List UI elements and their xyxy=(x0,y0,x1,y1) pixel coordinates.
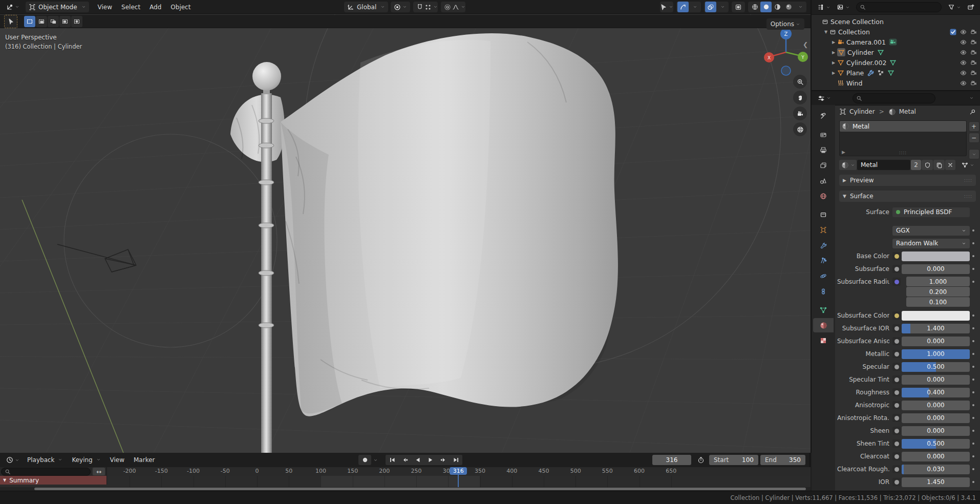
timeline-body[interactable]: -200-150-100-500501001502002503003504004… xyxy=(0,467,811,491)
camera-restrict-icon[interactable] xyxy=(970,39,977,46)
browse-material-dropdown[interactable] xyxy=(839,160,857,170)
tweak-tool-button[interactable] xyxy=(4,15,17,28)
node-socket[interactable] xyxy=(892,337,901,345)
select-mode-set-button[interactable] xyxy=(24,16,35,27)
new-collection-button[interactable] xyxy=(964,2,977,13)
prev-keyframe-button[interactable] xyxy=(398,455,411,465)
scrollbar-thumb[interactable] xyxy=(34,488,806,490)
unlink-material-button[interactable] xyxy=(945,160,955,170)
select-mode-extend-button[interactable] xyxy=(36,16,47,27)
surface-panel-header[interactable]: ▼ Surface :::: xyxy=(839,191,976,202)
slot-resize-grip[interactable]: :::: xyxy=(899,151,907,155)
play-button[interactable] xyxy=(424,455,437,465)
animate-dot[interactable] xyxy=(970,268,977,270)
properties-tab-output[interactable] xyxy=(813,143,834,157)
node-socket[interactable] xyxy=(892,439,901,448)
filter-toggle-button[interactable]: ↔ xyxy=(92,467,105,476)
animate-dot[interactable] xyxy=(970,468,977,470)
next-keyframe-button[interactable] xyxy=(437,455,450,465)
value-slider[interactable]: 1.400 xyxy=(902,324,970,333)
disclosure-right-icon[interactable]: ▶ xyxy=(830,60,837,65)
properties-tab-object-data[interactable] xyxy=(813,303,834,317)
camera-restrict-icon[interactable] xyxy=(970,80,977,87)
animate-dot[interactable] xyxy=(970,481,977,483)
fake-user-button[interactable] xyxy=(922,160,933,170)
eye-icon[interactable] xyxy=(960,29,967,35)
proportional-edit-toggle[interactable] xyxy=(442,2,453,12)
enum-dropdown[interactable]: Random Walk xyxy=(892,239,970,248)
properties-tab-view-layer[interactable] xyxy=(813,158,834,173)
auto-keying-toggle[interactable] xyxy=(358,455,371,465)
value-slider[interactable]: 0.000 xyxy=(902,264,970,274)
menu-keying[interactable]: Keying xyxy=(67,456,105,464)
playhead-frame-badge[interactable]: 316 xyxy=(450,467,467,475)
add-slot-button[interactable]: + xyxy=(969,121,979,132)
shading-material-button[interactable] xyxy=(772,2,783,12)
outliner-search-input[interactable] xyxy=(856,2,942,12)
menu-view[interactable]: View xyxy=(93,4,117,11)
value-slider[interactable]: 1.000 xyxy=(906,277,970,286)
value-slider[interactable]: 0.000 xyxy=(902,452,970,461)
disclosure-down-icon[interactable]: ▼ xyxy=(822,30,829,34)
jump-to-end-button[interactable] xyxy=(450,455,462,465)
properties-tab-physics[interactable] xyxy=(813,269,834,283)
properties-tab-object[interactable] xyxy=(813,223,834,237)
color-swatch[interactable] xyxy=(902,311,970,321)
node-socket[interactable] xyxy=(892,311,901,320)
menu-marker[interactable]: Marker xyxy=(129,456,159,464)
camera-restrict-icon[interactable] xyxy=(970,29,977,35)
shading-rendered-button[interactable] xyxy=(783,2,794,12)
animate-dot[interactable] xyxy=(970,417,977,419)
eye-icon[interactable] xyxy=(960,80,967,87)
surface-shader-field[interactable]: Principled BSDF xyxy=(892,207,970,217)
material-slot-list[interactable]: Metal ▶ :::: xyxy=(839,120,967,156)
summary-channel[interactable]: ▼ Summary xyxy=(0,476,106,485)
outliner-row-plane[interactable]: ▶Plane xyxy=(812,68,980,78)
value-slider[interactable]: 0.500 xyxy=(902,439,970,449)
node-socket[interactable] xyxy=(892,401,901,409)
node-socket[interactable] xyxy=(892,363,901,371)
xray-toggle[interactable] xyxy=(733,2,744,12)
properties-tab-scene[interactable] xyxy=(813,174,834,188)
select-mode-subtract-button[interactable] xyxy=(48,16,59,27)
properties-tab-render[interactable] xyxy=(813,128,834,142)
outliner-row-cylinder-002[interactable]: ▶Cylinder.002 xyxy=(812,57,980,68)
flag-cloth[interactable] xyxy=(281,33,618,416)
node-socket[interactable] xyxy=(892,388,901,396)
select-mode-invert-button[interactable] xyxy=(59,16,71,27)
animate-dot[interactable] xyxy=(970,379,977,381)
timeline-editor-dropdown[interactable] xyxy=(3,455,23,466)
shading-dropdown[interactable] xyxy=(794,2,805,12)
mode-dropdown[interactable]: Object Mode xyxy=(26,2,89,12)
outliner-row-camera-001[interactable]: ▶Camera.001 xyxy=(812,37,980,47)
preview-range-button[interactable] xyxy=(694,455,707,465)
outliner-row-scene-collection[interactable]: Scene Collection xyxy=(812,16,980,27)
menu-select[interactable]: Select xyxy=(117,4,145,11)
properties-options-dropdown[interactable] xyxy=(965,93,977,103)
eye-icon[interactable] xyxy=(960,39,967,46)
viewport-canvas[interactable] xyxy=(0,0,811,453)
value-slider[interactable]: 0.000 xyxy=(902,426,970,436)
node-socket[interactable] xyxy=(892,252,901,260)
properties-tab-collection[interactable] xyxy=(813,207,834,222)
animate-dot[interactable] xyxy=(970,314,977,317)
animate-dot[interactable] xyxy=(970,404,977,406)
outliner-row-wind[interactable]: Wind xyxy=(812,78,980,88)
nodetree-dropdown[interactable] xyxy=(960,160,976,170)
node-socket[interactable] xyxy=(892,265,901,273)
breadcrumb-object[interactable]: Cylinder xyxy=(849,108,875,115)
properties-editor-dropdown[interactable] xyxy=(815,93,834,103)
value-slider[interactable]: 0.100 xyxy=(906,297,970,307)
value-slider[interactable]: 1.000 xyxy=(902,349,970,359)
show-overlays-toggle[interactable] xyxy=(705,2,716,12)
menu-tl-view[interactable]: View xyxy=(105,456,129,464)
current-frame-field[interactable]: 316 xyxy=(652,455,691,465)
users-count-button[interactable]: 2 xyxy=(911,160,921,170)
camera-restrict-icon[interactable] xyxy=(970,59,977,66)
orientation-dropdown[interactable]: Global xyxy=(344,2,388,12)
properties-tab-tool[interactable] xyxy=(813,109,834,123)
zoom-view-button[interactable] xyxy=(793,75,807,89)
navigation-gizmo[interactable]: Z X Y xyxy=(762,27,810,76)
disclosure-right-icon[interactable]: ▶ xyxy=(830,50,837,55)
select-visibility-dropdown[interactable] xyxy=(661,2,672,12)
